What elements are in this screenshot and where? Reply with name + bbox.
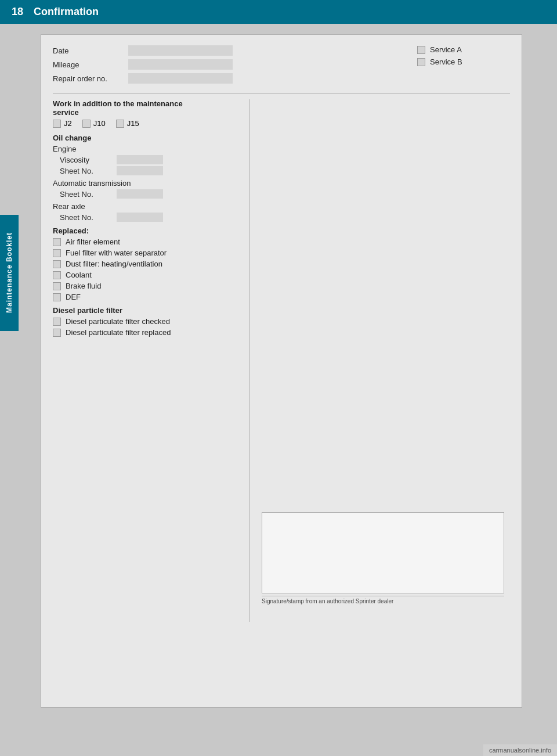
signature-label: Signature/stamp from an authorized Sprin… xyxy=(262,596,504,604)
auto-sheet-field: Sheet No. xyxy=(60,189,238,199)
date-field-row: Date xyxy=(53,45,394,56)
signature-box[interactable] xyxy=(262,512,504,593)
service-b-row: Service B xyxy=(417,57,510,66)
replaced-label-3: Coolant xyxy=(66,271,92,279)
replaced-checkbox-0[interactable] xyxy=(53,238,61,246)
top-divider xyxy=(53,93,510,93)
service-a-label: Service A xyxy=(430,45,462,54)
j2-item: J2 xyxy=(53,119,72,128)
diesel-filter-title: Diesel particle filter xyxy=(53,306,238,315)
mileage-input[interactable] xyxy=(128,59,233,70)
auto-sheet-label: Sheet No. xyxy=(60,190,112,199)
replaced-label-4: Brake fluid xyxy=(66,282,101,290)
engine-label: Engine xyxy=(53,145,238,153)
replaced-section: Replaced: Air filter element Fuel filter… xyxy=(53,226,238,301)
service-a-checkbox[interactable] xyxy=(417,46,425,54)
replaced-checkbox-4[interactable] xyxy=(53,282,61,290)
diesel-filter-section: Diesel particle filter Diesel particulat… xyxy=(53,306,238,337)
replaced-label-2: Dust filter: heating/ventilation xyxy=(66,260,162,268)
service-b-label: Service B xyxy=(430,57,462,66)
replaced-item-4: Brake fluid xyxy=(53,282,238,290)
j15-item: J15 xyxy=(116,119,139,128)
header-bar: 18 Confirmation xyxy=(0,0,557,24)
j10-checkbox[interactable] xyxy=(82,120,91,128)
service-b-checkbox[interactable] xyxy=(417,58,425,66)
service-a-row: Service A xyxy=(417,45,510,54)
page-title: Confirmation xyxy=(34,6,99,18)
repair-order-input[interactable] xyxy=(128,73,233,84)
engine-sheet-input[interactable] xyxy=(117,166,163,175)
diesel-checked-label: Diesel particulate filter checked xyxy=(66,317,170,326)
replaced-label-1: Fuel filter with water separator xyxy=(66,249,167,257)
replaced-item-2: Dust filter: heating/ventilation xyxy=(53,260,238,268)
viscosity-input[interactable] xyxy=(117,155,163,164)
rear-sheet-field: Sheet No. xyxy=(60,213,238,222)
page-wrapper: 18 Confirmation Maintenance Booklet Date… xyxy=(0,0,557,756)
rear-sheet-input[interactable] xyxy=(117,213,163,222)
j15-checkbox[interactable] xyxy=(116,120,124,128)
date-label: Date xyxy=(53,46,122,55)
viscosity-field: Viscosity xyxy=(60,155,238,164)
side-tab-label: Maintenance Booklet xyxy=(5,232,13,313)
repair-order-field-row: Repair order no. xyxy=(53,73,394,84)
signature-area: Signature/stamp from an authorized Sprin… xyxy=(262,512,504,604)
diesel-replaced-checkbox[interactable] xyxy=(53,329,61,337)
page-number: 18 xyxy=(12,6,23,18)
rear-axle-label: Rear axle xyxy=(53,202,238,211)
mileage-field-row: Mileage xyxy=(53,59,394,70)
j-checkboxes-row: J2 J10 J15 xyxy=(53,119,238,128)
top-fields: Date Mileage Repair order no. Service A xyxy=(53,45,510,87)
diesel-replaced-label: Diesel particulate filter replaced xyxy=(66,328,171,337)
auto-trans-label: Automatic transmission xyxy=(53,179,238,188)
j2-checkbox[interactable] xyxy=(53,120,61,128)
replaced-label-5: DEF xyxy=(66,293,81,301)
work-addition-heading: Work in addition to the maintenance serv… xyxy=(53,99,238,117)
j15-label: J15 xyxy=(127,119,139,128)
replaced-item-5: DEF xyxy=(53,293,238,301)
diesel-checked-checkbox[interactable] xyxy=(53,318,61,326)
j10-label: J10 xyxy=(93,119,106,128)
service-checkboxes: Service A Service B xyxy=(417,45,510,66)
replaced-checkbox-5[interactable] xyxy=(53,293,61,301)
engine-sheet-label: Sheet No. xyxy=(60,167,112,175)
oil-change-title: Oil change xyxy=(53,134,238,142)
diesel-checked-item: Diesel particulate filter checked xyxy=(53,317,238,326)
j10-item: J10 xyxy=(82,119,106,128)
replaced-item-0: Air filter element xyxy=(53,237,238,246)
left-fields: Date Mileage Repair order no. xyxy=(53,45,394,87)
date-input[interactable] xyxy=(128,45,233,56)
left-column: Work in addition to the maintenance serv… xyxy=(53,99,250,622)
replaced-checkbox-2[interactable] xyxy=(53,260,61,268)
replaced-item-1: Fuel filter with water separator xyxy=(53,249,238,257)
replaced-label-0: Air filter element xyxy=(66,237,120,246)
watermark: carmanualsonline.info xyxy=(483,744,557,756)
auto-sheet-input[interactable] xyxy=(117,189,163,199)
replaced-list: Air filter element Fuel filter with wate… xyxy=(53,237,238,301)
replaced-checkbox-1[interactable] xyxy=(53,249,61,257)
main-content: Date Mileage Repair order no. Service A xyxy=(41,34,522,708)
repair-order-label: Repair order no. xyxy=(53,74,122,83)
mileage-label: Mileage xyxy=(53,60,122,69)
diesel-replaced-item: Diesel particulate filter replaced xyxy=(53,328,238,337)
j2-label: J2 xyxy=(64,119,72,128)
oil-change-section: Oil change Engine Viscosity Sheet No. Au… xyxy=(53,134,238,222)
rear-sheet-label: Sheet No. xyxy=(60,213,112,222)
right-column: Signature/stamp from an authorized Sprin… xyxy=(250,99,510,622)
replaced-item-3: Coolant xyxy=(53,271,238,279)
replaced-checkbox-3[interactable] xyxy=(53,271,61,279)
two-col-layout: Work in addition to the maintenance serv… xyxy=(53,99,510,622)
viscosity-label: Viscosity xyxy=(60,156,112,164)
side-tab: Maintenance Booklet xyxy=(0,215,19,331)
replaced-title: Replaced: xyxy=(53,226,238,235)
work-addition-section: Work in addition to the maintenance serv… xyxy=(53,99,238,128)
engine-sheet-field: Sheet No. xyxy=(60,166,238,175)
